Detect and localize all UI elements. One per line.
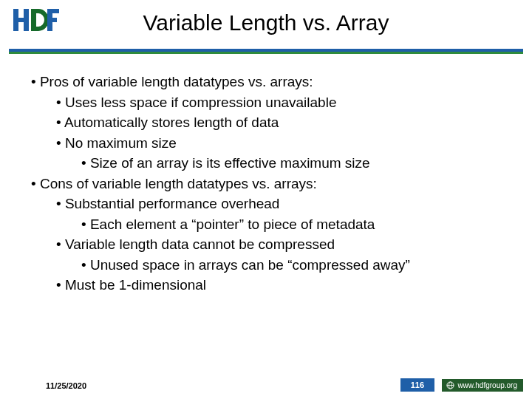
svg-rect-2 (13, 18, 29, 22)
text: Cons of variable length datatypes vs. ar… (40, 176, 317, 191)
url-badge: www.hdfgroup.org (442, 379, 523, 392)
text: Each element a “pointer” to piece of met… (90, 216, 375, 232)
bullet-con-3: Must be 1-dimensional (56, 275, 510, 296)
text: Size of an array is its effective maximu… (90, 155, 370, 171)
bullet-con-2: Variable length data cannot be compresse… (56, 234, 510, 275)
text: Unused space in arrays can be “compresse… (90, 257, 410, 273)
slide-body: Pros of variable length datatypes vs. ar… (0, 54, 532, 296)
globe-icon (446, 381, 454, 389)
text: No maximum size (65, 135, 177, 151)
text: Automatically stores length of data (64, 115, 279, 130)
text: Substantial performance overhead (65, 196, 279, 211)
footer-date: 11/25/2020 (46, 381, 86, 390)
svg-rect-5 (47, 18, 57, 22)
slide-title: Variable Length vs. Array (0, 0, 532, 35)
bullet-con-1: Substantial performance overhead Each el… (56, 194, 510, 234)
bullet-pro-3: No maximum size Size of an array is its … (56, 133, 510, 174)
slide-footer: 11/25/2020 116 www.hdfgroup.org (0, 375, 532, 392)
text: Uses less space if compression unavailab… (65, 95, 337, 110)
text: Variable length data cannot be compresse… (65, 236, 335, 252)
bullet-con-2-sub: Unused space in arrays can be “compresse… (81, 255, 510, 276)
text: Pros of variable length datatypes vs. ar… (40, 74, 313, 89)
footer-url: www.hdfgroup.org (457, 381, 517, 389)
bullet-pro-2: Automatically stores length of data (56, 112, 510, 133)
slide-header: Variable Length vs. Array (0, 0, 532, 46)
svg-rect-4 (47, 9, 59, 13)
bullet-pro-3-sub: Size of an array is its effective maximu… (81, 153, 510, 174)
page-number: 116 (400, 378, 434, 392)
hdf-logo (13, 7, 59, 38)
bullet-pros-heading: Pros of variable length datatypes vs. ar… (31, 72, 510, 174)
bullet-cons-heading: Cons of variable length datatypes vs. ar… (31, 174, 510, 296)
text: Must be 1-dimensional (65, 277, 206, 293)
bullet-con-1-sub: Each element a “pointer” to piece of met… (81, 214, 510, 235)
bullet-pro-1: Uses less space if compression unavailab… (56, 92, 510, 113)
divider (0, 49, 532, 54)
